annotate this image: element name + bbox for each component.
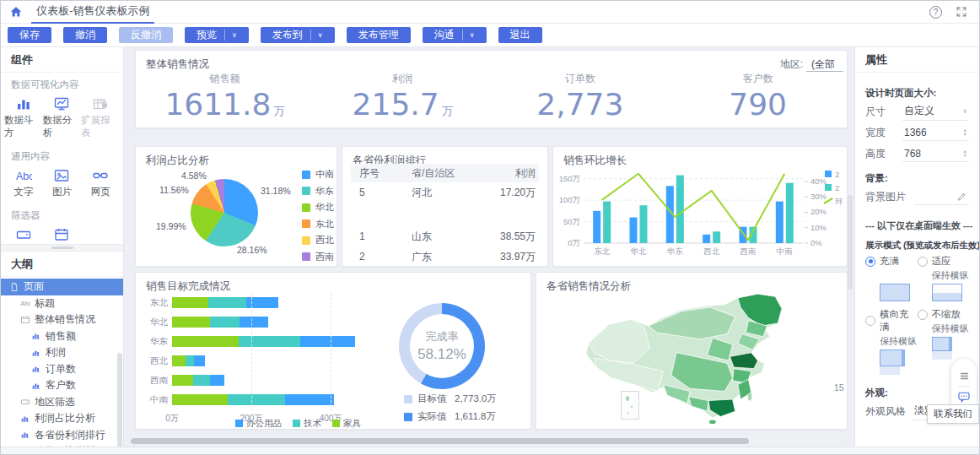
- outline-item[interactable]: 各省份利润排行: [1, 427, 123, 444]
- outline-item[interactable]: 地区筛选: [1, 394, 123, 411]
- outline-item[interactable]: 利润: [1, 344, 123, 361]
- radio-button[interactable]: [918, 310, 928, 320]
- display-mode-option[interactable]: 适应保持横纵比: [918, 255, 970, 301]
- stacked-bar[interactable]: [172, 375, 224, 386]
- component-item[interactable]: 数据分析: [43, 95, 82, 139]
- region-filter-value[interactable]: (全部: [806, 58, 843, 72]
- kpi-card[interactable]: 订单数2,773: [492, 71, 670, 122]
- profit-pie-panel[interactable]: 利润占比分析 31.18%28.16%19.99%11.56%4.58% 中南华…: [135, 146, 337, 267]
- outline-item[interactable]: Abc标题: [1, 295, 123, 312]
- legend-item[interactable]: 东北: [302, 218, 334, 230]
- toolbar-button[interactable]: 撤消: [63, 27, 107, 43]
- legend-item[interactable]: 目标值2,773.0万: [404, 393, 497, 405]
- legend-item[interactable]: 西北: [302, 234, 334, 246]
- pie-slice-label: 31.18%: [261, 186, 291, 196]
- legend-item[interactable]: 实际值1,611.8万: [404, 410, 497, 423]
- svg-text:2: 2: [835, 170, 839, 179]
- fullscreen-icon[interactable]: [956, 6, 967, 18]
- component-item[interactable]: 图片: [43, 167, 82, 198]
- stacked-bar[interactable]: [172, 394, 334, 405]
- kpi-card[interactable]: 利润215.7万: [314, 71, 492, 122]
- edit-pencil-icon[interactable]: [956, 191, 967, 202]
- table-row[interactable]: 5河北17.20万: [351, 182, 539, 203]
- background-image-field[interactable]: [914, 189, 969, 205]
- kpi-card[interactable]: 销售额1611.8万: [136, 71, 314, 122]
- width-stepper[interactable]: ▲▼: [963, 128, 967, 137]
- outline-item[interactable]: 销售环比增长: [1, 443, 123, 447]
- display-mode-option[interactable]: 横向充满保持横纵比: [865, 308, 918, 375]
- outline-item[interactable]: 利润占比分析: [1, 410, 123, 427]
- radio-button[interactable]: [918, 257, 928, 267]
- stack-bar-row: 华东: [144, 332, 385, 351]
- outline-item[interactable]: 页面: [1, 279, 123, 295]
- menu-icon[interactable]: [958, 370, 971, 382]
- radio-button[interactable]: [865, 257, 875, 267]
- bar-segment: [172, 297, 208, 308]
- component-item[interactable]: 数据斗方: [4, 95, 43, 139]
- size-select[interactable]: 自定义∨: [902, 103, 969, 121]
- outline-item[interactable]: 整体销售情况: [1, 311, 123, 328]
- legend-item[interactable]: 西南: [302, 251, 334, 263]
- legend-item[interactable]: 中南: [302, 168, 334, 181]
- province-profit-table-panel[interactable]: 各省份利润排行 序号省/自治区利润5河北17.20万1山东38.55万2广东33…: [342, 146, 548, 267]
- bar-segment: [228, 394, 286, 405]
- width-input[interactable]: 1366▲▼: [902, 125, 969, 141]
- home-icon[interactable]: [9, 5, 23, 19]
- kpi-card[interactable]: 客户数790: [669, 71, 847, 122]
- component-item[interactable]: 扩展报表: [81, 95, 120, 139]
- outline-panel-title: 大纲: [1, 252, 123, 277]
- display-mode-label: 充满: [880, 255, 899, 268]
- component-item[interactable]: Abc文字: [4, 167, 43, 198]
- sales-target-panel[interactable]: 销售目标完成情况 东北华北华东西北西南中南0万200万400万 办公用品技术家具…: [135, 272, 531, 430]
- legend-item[interactable]: 办公用品: [235, 418, 282, 430]
- stacked-bar[interactable]: [172, 355, 205, 366]
- canvas-horizontal-scrollbar[interactable]: [131, 438, 841, 444]
- sidebar-splitter[interactable]: [1, 244, 123, 252]
- toolbar-button[interactable]: 发布到∨: [261, 27, 335, 43]
- outline-item[interactable]: 销售额: [1, 328, 123, 345]
- toolbar-button[interactable]: 保存: [8, 27, 51, 43]
- dashboard-designer-window: 仪表板-销售仪表板示例 ? 保存撤消反撤消预览∨发布到∨发布管理沟通∨退出 组件…: [0, 0, 980, 455]
- kpi-label: 客户数: [743, 72, 773, 86]
- width-value: 1366: [904, 127, 927, 138]
- legend-item[interactable]: 家具: [332, 418, 361, 430]
- stacked-bar[interactable]: [172, 297, 278, 308]
- outline-item[interactable]: 客户数: [1, 377, 123, 394]
- legend-label: 实际值: [417, 410, 455, 423]
- outline-scrollbar[interactable]: [117, 353, 122, 447]
- table-row[interactable]: 2广东33.97万: [351, 246, 539, 267]
- kpi-panel[interactable]: 整体销售情况 地区:(全部 销售额1611.8万利润215.7万订单数2,773…: [135, 50, 848, 128]
- display-mode-thumbnail: [932, 337, 970, 360]
- canvas-vertical-scrollbar[interactable]: [848, 195, 853, 290]
- province-map-panel[interactable]: 各省销售情况分析: [536, 272, 848, 430]
- sales-growth-chart[interactable]: 0万50万100万150万0%10%20%30%40%东北华北华东西北西南中南2…: [553, 147, 848, 267]
- outline-item[interactable]: 订单数: [1, 361, 123, 378]
- pie-slice-label: 11.56%: [159, 185, 189, 195]
- height-input[interactable]: 768▲▼: [902, 146, 969, 162]
- component-item[interactable]: 日期范围: [43, 226, 82, 244]
- toolbar-button[interactable]: 预览∨: [185, 27, 249, 43]
- help-icon[interactable]: ?: [929, 6, 942, 19]
- toolbar-button[interactable]: 退出: [498, 27, 542, 43]
- bar-segment: [186, 355, 194, 366]
- display-mode-option[interactable]: 充满: [865, 255, 918, 301]
- stacked-bar[interactable]: [172, 336, 355, 347]
- component-item[interactable]: 网页: [81, 167, 120, 198]
- china-choropleth-map[interactable]: [548, 291, 832, 428]
- toolbar-button[interactable]: 沟通∨: [423, 27, 487, 43]
- stacked-bar[interactable]: [172, 317, 268, 328]
- height-stepper[interactable]: ▲▼: [963, 149, 967, 158]
- chat-icon[interactable]: [957, 390, 971, 404]
- table-row[interactable]: 1山东38.55万: [351, 226, 539, 246]
- completion-donut-chart[interactable]: 完成率 58.12%: [399, 303, 485, 389]
- radio-button[interactable]: [865, 316, 875, 326]
- legend-item[interactable]: 华北: [302, 201, 334, 214]
- sales-growth-panel[interactable]: 销售环比增长 0万50万100万150万0%10%20%30%40%东北华北华东…: [552, 146, 848, 267]
- profit-pie-chart[interactable]: [191, 179, 258, 246]
- legend-item[interactable]: 华东: [302, 185, 334, 198]
- component-item[interactable]: 下拉列表: [4, 226, 43, 244]
- design-canvas[interactable]: 整体销售情况 地区:(全部 销售额1611.8万利润215.7万订单数2,773…: [124, 47, 854, 447]
- legend-item[interactable]: 技术: [293, 418, 321, 430]
- toolbar-button[interactable]: 发布管理: [347, 27, 411, 43]
- toolbar-button[interactable]: 反撤消: [119, 27, 173, 43]
